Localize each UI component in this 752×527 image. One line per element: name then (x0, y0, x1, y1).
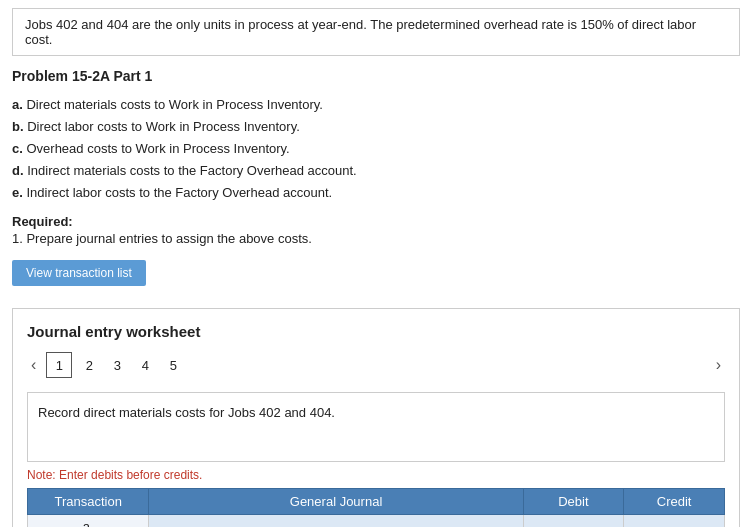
debit-cell-1[interactable] (523, 515, 624, 527)
journal-table: Transaction General Journal Debit Credit… (27, 488, 725, 527)
journal-worksheet: Journal entry worksheet ‹ 1 2 3 4 5 › Re… (12, 308, 740, 527)
page-2-button[interactable]: 2 (78, 354, 100, 376)
cost-e-text: Indirect labor costs to the Factory Over… (26, 185, 332, 200)
page-1-button[interactable]: 1 (46, 352, 72, 378)
table-row: a. (28, 515, 725, 527)
cost-a-text: Direct materials costs to Work in Proces… (26, 97, 322, 112)
page-5-button[interactable]: 5 (162, 354, 184, 376)
page-3-button[interactable]: 3 (106, 354, 128, 376)
cost-c: c. Overhead costs to Work in Process Inv… (12, 138, 740, 160)
cost-c-label: c. (12, 141, 23, 156)
col-header-general-journal: General Journal (149, 489, 523, 515)
record-description-text: Record direct materials costs for Jobs 4… (38, 405, 335, 420)
credit-cell-1[interactable] (624, 515, 725, 527)
cost-e: e. Indirect labor costs to the Factory O… (12, 182, 740, 204)
cost-c-text: Overhead costs to Work in Process Invent… (26, 141, 289, 156)
required-desc: 1. Prepare journal entries to assign the… (12, 231, 740, 246)
prev-page-button[interactable]: ‹ (27, 356, 40, 374)
view-transaction-button[interactable]: View transaction list (12, 260, 146, 286)
col-header-transaction: Transaction (28, 489, 149, 515)
next-page-button[interactable]: › (712, 356, 725, 374)
cost-b-label: b. (12, 119, 24, 134)
journal-title: Journal entry worksheet (27, 323, 725, 340)
cost-d: d. Indirect materials costs to the Facto… (12, 160, 740, 182)
cost-b: b. Direct labor costs to Work in Process… (12, 116, 740, 138)
general-journal-cell-1[interactable] (149, 515, 523, 527)
problem-section: Problem 15-2A Part 1 a. Direct materials… (0, 68, 752, 300)
info-box: Jobs 402 and 404 are the only units in p… (12, 8, 740, 56)
transaction-cell-1: a. (28, 515, 149, 527)
cost-d-label: d. (12, 163, 24, 178)
page-4-button[interactable]: 4 (134, 354, 156, 376)
note-text: Note: Enter debits before credits. (27, 468, 725, 482)
cost-b-text: Direct labor costs to Work in Process In… (27, 119, 300, 134)
col-header-credit: Credit (624, 489, 725, 515)
cost-a: a. Direct materials costs to Work in Pro… (12, 94, 740, 116)
col-header-debit: Debit (523, 489, 624, 515)
record-description-box: Record direct materials costs for Jobs 4… (27, 392, 725, 462)
cost-a-label: a. (12, 97, 23, 112)
cost-d-text: Indirect materials costs to the Factory … (27, 163, 356, 178)
cost-list: a. Direct materials costs to Work in Pro… (12, 94, 740, 204)
required-title: Required: (12, 214, 740, 229)
problem-title: Problem 15-2A Part 1 (12, 68, 740, 84)
required-section: Required: 1. Prepare journal entries to … (12, 214, 740, 246)
info-text: Jobs 402 and 404 are the only units in p… (25, 17, 696, 47)
cost-e-label: e. (12, 185, 23, 200)
pagination: ‹ 1 2 3 4 5 › (27, 352, 725, 378)
